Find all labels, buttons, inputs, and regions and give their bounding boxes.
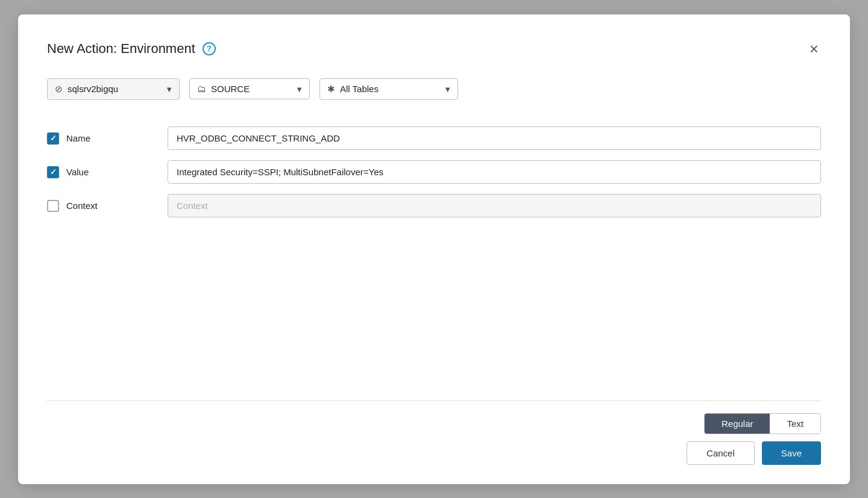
toolbar-row: ⊘ sqlsrv2bigqu ▼ 🗂 SOURCE ▼ ✱ All Tables… [47, 78, 821, 100]
form-area: ✓ Name ✓ Value [47, 124, 821, 400]
form-row-context: Context [47, 191, 821, 220]
value-checkbox-label: ✓ Value [47, 166, 168, 178]
name-input[interactable] [168, 126, 821, 150]
source-dropdown-wrapper: 🗂 SOURCE ▼ [189, 78, 310, 100]
location-icon: ⊘ [55, 84, 63, 95]
value-checkbox[interactable]: ✓ [47, 166, 59, 178]
close-button[interactable]: × [807, 39, 821, 59]
help-icon[interactable]: ? [203, 42, 216, 55]
dialog-header: New Action: Environment ? × [47, 39, 821, 59]
mode-toggle: Regular Text [704, 413, 821, 434]
footer-actions: Cancel Save [687, 441, 821, 465]
dialog-footer: Regular Text Cancel Save [47, 400, 821, 465]
save-button[interactable]: Save [762, 441, 821, 465]
tables-icon: ✱ [327, 84, 335, 95]
text-mode-button[interactable]: Text [770, 414, 820, 434]
location-arrow-icon: ▼ [165, 84, 173, 93]
form-row-value: ✓ Value [47, 158, 821, 187]
tables-dropdown[interactable]: ✱ All Tables ▼ [319, 78, 458, 100]
regular-mode-button[interactable]: Regular [705, 414, 770, 434]
source-arrow-icon: ▼ [295, 84, 303, 93]
dialog-overlay: New Action: Environment ? × ⊘ sqlsrv2big… [0, 0, 868, 498]
tables-arrow-icon: ▼ [444, 84, 451, 93]
dialog: New Action: Environment ? × ⊘ sqlsrv2big… [18, 14, 850, 484]
value-input[interactable] [168, 160, 821, 184]
location-value: sqlsrv2bigqu [68, 84, 118, 94]
cancel-button[interactable]: Cancel [687, 441, 755, 465]
context-checkbox[interactable] [47, 200, 59, 212]
source-icon: 🗂 [197, 84, 206, 94]
context-label: Context [66, 201, 98, 211]
dialog-title-row: New Action: Environment ? [47, 41, 216, 57]
location-dropdown[interactable]: ⊘ sqlsrv2bigqu ▼ [47, 78, 180, 100]
name-checkbox[interactable]: ✓ [47, 132, 59, 145]
context-input[interactable] [168, 194, 821, 217]
context-checkbox-label: Context [47, 200, 168, 212]
value-check-icon: ✓ [50, 168, 57, 176]
location-dropdown-wrapper: ⊘ sqlsrv2bigqu ▼ [47, 78, 180, 100]
form-row-name: ✓ Name [47, 124, 821, 153]
tables-dropdown-wrapper: ✱ All Tables ▼ [319, 78, 458, 100]
name-label: Name [66, 133, 90, 143]
name-checkbox-label: ✓ Name [47, 132, 168, 145]
name-check-icon: ✓ [50, 134, 57, 142]
source-dropdown[interactable]: 🗂 SOURCE ▼ [189, 78, 310, 99]
tables-value: All Tables [340, 84, 379, 94]
source-value: SOURCE [211, 84, 250, 94]
dialog-title: New Action: Environment [47, 41, 195, 57]
value-label: Value [66, 167, 89, 177]
